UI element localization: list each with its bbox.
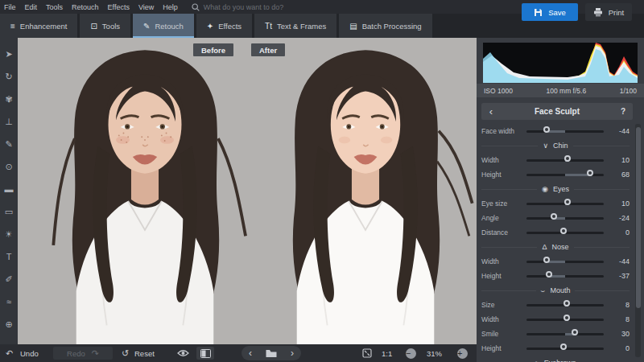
eye-size-slider[interactable] (526, 198, 604, 209)
undo-button[interactable]: Undo (20, 344, 39, 362)
next-photo-button[interactable]: › (291, 348, 294, 359)
rotate-tool-icon[interactable]: ↻ (0, 65, 18, 88)
brightness-tool-icon[interactable]: ☀ (0, 223, 18, 245)
slider-thumb[interactable] (564, 155, 571, 162)
slider-label: Angle (481, 214, 526, 222)
image-canvas[interactable]: Before After (18, 38, 477, 344)
redo-button[interactable]: Redo ↷ (53, 347, 113, 360)
panel-scrollbar-thumb[interactable] (636, 127, 641, 308)
red-eye-tool-icon[interactable]: ⊙ (0, 155, 18, 178)
tab-retouch[interactable]: ✎Retouch (133, 14, 194, 38)
chin-icon: ∨ (543, 142, 548, 150)
tab-tools[interactable]: ⊡Tools (80, 14, 130, 38)
zoom-in-button[interactable]: + (457, 348, 468, 359)
width-slider[interactable] (526, 314, 604, 325)
face-width-slider[interactable] (526, 125, 604, 137)
height-slider[interactable] (526, 343, 604, 354)
divider (573, 146, 630, 146)
frame-tool-icon[interactable]: ▭ (0, 200, 18, 223)
nose-icon: Δ (542, 243, 547, 251)
slider-row-angle: Angle-24 (481, 211, 630, 225)
slider-row-height: Height-37 (481, 269, 630, 283)
straighten-tool-icon[interactable]: ⊥ (0, 110, 18, 133)
zoom-level[interactable]: 31% (427, 344, 442, 362)
slider-thumb[interactable] (543, 126, 550, 133)
tab-enhancement[interactable]: ≡Enhancement (0, 14, 77, 38)
effects-tool-icon[interactable]: ✾ (0, 88, 18, 110)
panel-help-button[interactable]: ? (613, 107, 633, 116)
slider-row-width: Width-44 (481, 254, 630, 269)
slider-label: Height (481, 171, 526, 179)
slider-label: Smile (481, 330, 526, 338)
slider-thumb[interactable] (564, 300, 570, 306)
slider-row-smile: Smile30 (481, 327, 630, 341)
undo-icon[interactable]: ↶ (6, 344, 13, 362)
panel-back-button[interactable]: ‹ (481, 105, 501, 117)
width-slider[interactable] (526, 256, 604, 267)
slider-thumb[interactable] (564, 199, 571, 205)
slider-value: 10 (610, 200, 630, 208)
print-button[interactable]: Print (585, 3, 632, 21)
divider (481, 189, 537, 190)
panel-title: Face Sculpt (501, 107, 613, 116)
left-tool-strip: ➤↻✾⊥✎⊙▬▭☀T✐≈⊕ (0, 38, 18, 344)
section-nose: ΔNose (481, 240, 630, 254)
slider-label: Height (481, 272, 526, 280)
menu-item-edit[interactable]: Edit (25, 3, 38, 11)
compare-icon (200, 349, 211, 358)
slider-thumb[interactable] (543, 257, 550, 263)
zoom-out-button[interactable]: − (406, 348, 416, 359)
angle-slider[interactable] (526, 212, 604, 224)
panel-scrollbar[interactable] (635, 124, 641, 357)
size-slider[interactable] (526, 299, 604, 311)
slider-track (526, 217, 604, 220)
save-button[interactable]: Save (522, 3, 578, 21)
height-slider[interactable] (526, 169, 604, 180)
prev-photo-button[interactable]: ‹ (249, 348, 252, 359)
menu-item-file[interactable]: File (4, 3, 16, 11)
distance-slider[interactable] (526, 227, 604, 238)
slider-thumb[interactable] (560, 228, 567, 234)
enhancement-icon: ≡ (10, 22, 15, 31)
text-tool-icon[interactable]: T (0, 245, 18, 268)
printer-icon (593, 8, 603, 17)
compare-view-button[interactable] (196, 347, 214, 360)
reset-button[interactable]: Reset (134, 344, 155, 362)
slider-thumb[interactable] (560, 343, 567, 350)
before-photo (24, 39, 266, 344)
menu-item-retouch[interactable]: Retouch (72, 3, 99, 11)
web-tool-icon[interactable]: ⊕ (0, 313, 18, 335)
zoom-1-1-button[interactable]: 1:1 (382, 344, 392, 362)
slider-thumb[interactable] (564, 315, 570, 321)
slider-label: Width (481, 315, 526, 323)
slider-label: Distance (481, 228, 526, 237)
curves-tool-icon[interactable]: ≈ (0, 290, 18, 313)
reset-icon[interactable]: ↺ (122, 344, 129, 362)
menu-item-effects[interactable]: Effects (108, 3, 130, 11)
slider-label: Width (481, 156, 526, 164)
tab-effects[interactable]: ✦Effects (196, 14, 252, 38)
pen-tool-icon[interactable]: ✐ (0, 268, 18, 290)
slider-thumb[interactable] (587, 170, 593, 176)
slider-label: Face width (481, 127, 526, 135)
menu-item-view[interactable]: View (138, 3, 154, 11)
width-slider[interactable] (526, 154, 604, 166)
slider-fill (548, 261, 565, 263)
brush-tool-icon[interactable]: ✎ (0, 133, 18, 155)
move-tool-icon[interactable]: ➤ (0, 43, 18, 65)
height-slider[interactable] (526, 270, 604, 282)
smile-slider[interactable] (526, 328, 604, 339)
divider (481, 146, 538, 146)
slider-value: -37 (610, 272, 630, 280)
fit-to-screen-button[interactable] (362, 344, 372, 362)
tab-text-frames[interactable]: TtText & Frames (254, 14, 336, 38)
after-photo (245, 39, 477, 344)
slider-value: 0 (610, 344, 630, 352)
menu-item-help[interactable]: Help (163, 3, 178, 11)
search-box[interactable]: What do you want to do? (192, 3, 284, 11)
gradient-tool-icon[interactable]: ▬ (0, 178, 18, 200)
tab-batch-processing[interactable]: ▤Batch Processing (339, 14, 431, 38)
folder-icon[interactable] (266, 349, 277, 358)
preview-original-button[interactable] (177, 344, 189, 362)
menu-item-tools[interactable]: Tools (46, 3, 63, 11)
